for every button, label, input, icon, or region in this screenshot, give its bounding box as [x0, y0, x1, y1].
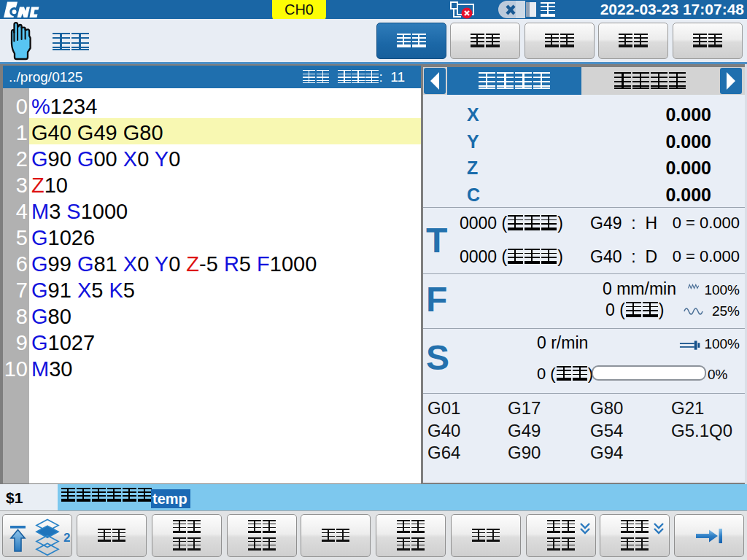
svg-text:2: 2 — [63, 531, 70, 545]
